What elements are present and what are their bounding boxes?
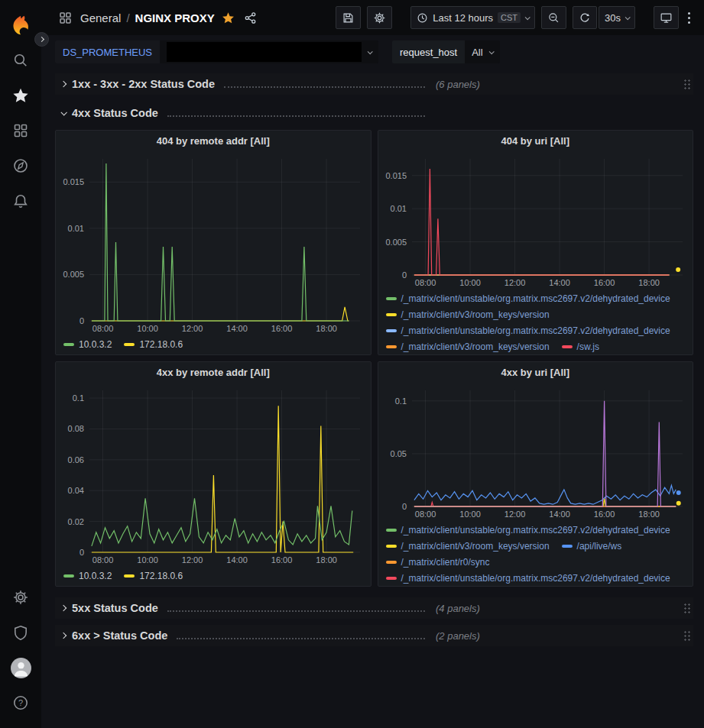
row-title[interactable]: 5xx Status Code (72, 602, 158, 614)
svg-text:08:00: 08:00 (414, 278, 436, 287)
svg-text:0.005: 0.005 (63, 270, 84, 279)
save-icon (342, 11, 355, 24)
panel-grid: 404 by remote addr [All] 08:0010:0012:00… (55, 130, 693, 587)
legend-item[interactable]: /api/live/ws (562, 541, 622, 552)
series-color-swatch (63, 343, 74, 346)
panel-title[interactable]: 4xx by uri [All] (378, 362, 693, 383)
save-dashboard-button[interactable] (336, 6, 361, 29)
legend-item[interactable]: /_matrix/client/unstable/org.matrix.msc2… (386, 573, 670, 584)
sidebar-item-dashboards[interactable] (0, 113, 41, 148)
sidebar-item-search[interactable] (0, 43, 41, 78)
svg-text:0.02: 0.02 (68, 517, 84, 526)
series-color-swatch (386, 545, 397, 548)
legend-item[interactable]: /_matrix/client/unstable/org.matrix.msc2… (386, 525, 670, 535)
refresh-interval-dropdown[interactable]: 30s (599, 6, 635, 29)
panel-404-by-uri: 404 by uri [All] 08:0010:0012:0014:0016:… (378, 130, 694, 355)
row-drag-handle[interactable] (683, 603, 692, 614)
row-6xx[interactable]: 6xx > Status Code (2 panels) (55, 625, 693, 646)
svg-text:0.08: 0.08 (68, 424, 84, 433)
sidebar-item-alerting[interactable] (0, 183, 41, 218)
svg-text:12:00: 12:00 (504, 510, 525, 519)
svg-text:16:00: 16:00 (593, 278, 615, 287)
legend-item[interactable]: 172.18.0.6 (124, 339, 183, 350)
star-icon (12, 87, 29, 104)
row-dotted-filler (224, 86, 425, 88)
zoom-out-icon (547, 11, 560, 24)
time-series-chart[interactable]: 08:0010:0012:0014:0016:0018:0000.0050.01… (56, 151, 371, 335)
svg-text:0.01: 0.01 (68, 224, 84, 233)
topbar-actions: Last 12 hours CST 3 (336, 6, 693, 29)
datasource-variable-select[interactable] (160, 40, 378, 63)
row-title-group: 1xx - 3xx - 2xx Status Code (55, 78, 431, 90)
panel-title[interactable]: 404 by remote addr [All] (56, 131, 371, 151)
favorite-star-button[interactable] (222, 11, 235, 24)
request-host-variable-select[interactable]: All (465, 40, 499, 63)
legend-item[interactable]: 172.18.0.6 (124, 571, 183, 581)
chevron-down-icon (488, 49, 494, 54)
kiosk-mode-button[interactable] (654, 6, 679, 29)
legend-label: /sw.js (577, 341, 599, 352)
datasource-variable-label[interactable]: DS_PROMETHEUS (55, 40, 160, 63)
svg-text:14:00: 14:00 (226, 324, 248, 333)
sidebar-item-explore[interactable] (0, 148, 41, 183)
sidebar-expand-button[interactable] (34, 32, 49, 47)
request-host-variable-label[interactable]: request_host (392, 40, 465, 63)
kebab-dot (688, 17, 690, 19)
legend-item[interactable]: /sw.js (562, 341, 599, 352)
breadcrumb-page-title[interactable]: NGINX PROXY (135, 11, 215, 24)
svg-text:0.04: 0.04 (68, 486, 84, 495)
row-4xx[interactable]: 4xx Status Code (55, 102, 693, 124)
gear-icon (373, 11, 386, 24)
time-series-chart[interactable]: 08:0010:0012:0014:0016:0018:0000.020.040… (56, 383, 371, 566)
svg-text:0.1: 0.1 (73, 393, 84, 403)
sidebar-item-help[interactable]: ? (0, 685, 41, 720)
panel-legend: 10.0.3.2172.18.0.6 (56, 566, 371, 586)
legend-item[interactable]: /_matrix/client/v3/room_keys/version (386, 341, 550, 352)
time-series-chart[interactable]: 08:0010:0012:0014:0016:0018:0000.050.1 (378, 383, 693, 520)
legend-item[interactable]: 10.0.3.2 (63, 339, 112, 350)
series-color-swatch (386, 329, 397, 332)
breadcrumb-section[interactable]: General (80, 11, 121, 24)
svg-text:08:00: 08:00 (414, 510, 436, 519)
legend-item[interactable]: /_matrix/client/v3/room_keys/version (386, 309, 550, 320)
panel-legend: 10.0.3.2172.18.0.6 (56, 335, 371, 354)
legend-item[interactable]: /_matrix/client/unstable/org.matrix.msc2… (386, 325, 670, 336)
row-drag-handle[interactable] (683, 79, 692, 90)
row-5xx[interactable]: 5xx Status Code (4 panels) (55, 597, 693, 619)
kebab-dot (688, 21, 690, 24)
row-title[interactable]: 4xx Status Code (72, 107, 158, 119)
datasource-variable-picker: DS_PROMETHEUS (55, 40, 378, 63)
sidebar-item-configuration[interactable] (0, 580, 41, 615)
row-title[interactable]: 1xx - 3xx - 2xx Status Code (72, 78, 215, 90)
svg-text:0.015: 0.015 (63, 177, 84, 186)
request-host-variable-picker: request_host All (392, 40, 500, 63)
more-options-button[interactable] (685, 12, 693, 24)
time-series-chart[interactable]: 08:0010:0012:0014:0016:0018:0000.0050.01… (378, 151, 693, 289)
zoom-out-time-button[interactable] (541, 6, 566, 29)
refresh-button[interactable] (573, 6, 597, 29)
series-color-swatch (386, 577, 397, 580)
svg-text:0: 0 (79, 316, 84, 325)
share-dashboard-button[interactable] (244, 11, 257, 24)
legend-item[interactable]: /_matrix/client/r0/sync (386, 557, 490, 568)
kebab-dot (688, 12, 690, 15)
legend-row: /_matrix/client/v3/room_keys/version/api… (386, 538, 687, 554)
apps-grid-icon (58, 11, 73, 25)
row-title[interactable]: 6xx > Status Code (72, 629, 167, 642)
legend-item[interactable]: /_matrix/client/v3/room_keys/version (386, 541, 550, 552)
panel-title[interactable]: 404 by uri [All] (378, 131, 693, 151)
svg-text:0: 0 (79, 548, 84, 557)
sidebar-item-profile[interactable] (0, 650, 41, 685)
panel-title[interactable]: 4xx by remote addr [All] (56, 362, 371, 383)
svg-text:0.05: 0.05 (390, 449, 406, 458)
dashboard-settings-button[interactable] (367, 6, 392, 29)
series-color-swatch (63, 574, 74, 578)
row-1xx-3xx-2xx[interactable]: 1xx - 3xx - 2xx Status Code (6 panels) (55, 73, 693, 95)
sidebar-item-starred[interactable] (0, 78, 41, 113)
legend-item[interactable]: 10.0.3.2 (63, 571, 112, 581)
svg-text:12:00: 12:00 (182, 324, 203, 333)
row-drag-handle[interactable] (683, 630, 692, 642)
sidebar-item-server-admin[interactable] (0, 615, 41, 650)
legend-item[interactable]: /_matrix/client/unstable/org.matrix.msc2… (386, 293, 670, 304)
time-range-picker[interactable]: Last 12 hours CST (410, 6, 535, 29)
